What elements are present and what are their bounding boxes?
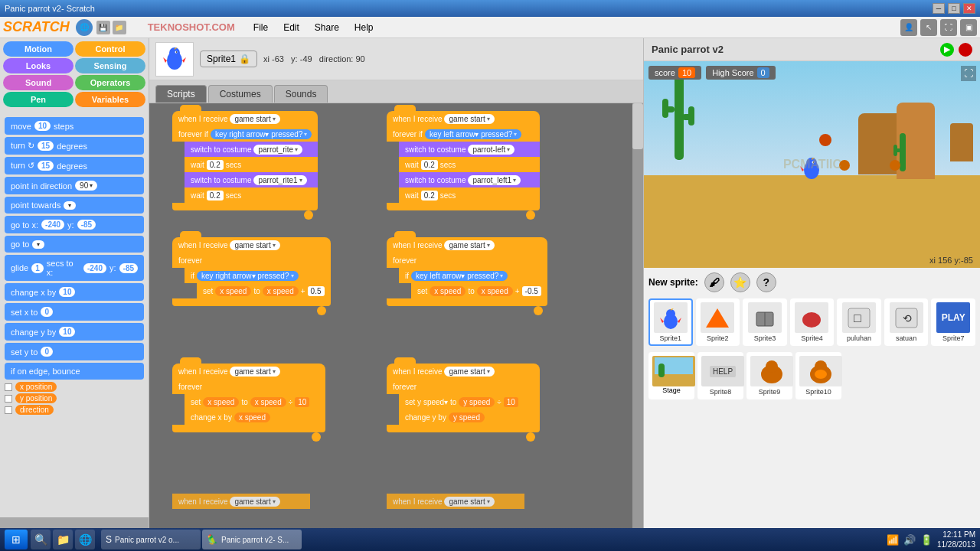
- costume-dd-1b[interactable]: parrot_rite1: [253, 175, 306, 185]
- wait-1a[interactable]: wait 0.2 secs: [185, 157, 318, 172]
- if-right-3[interactable]: if key right arrow▾ pressed?: [185, 268, 331, 283]
- switch-costume-1b[interactable]: switch to costume parrot_rite1: [185, 172, 318, 187]
- block-change-x[interactable]: change x by 10: [5, 283, 144, 301]
- sprite-cell-stage[interactable]: Stage: [648, 352, 694, 399]
- hat-when-receive-3[interactable]: when I receive game start: [172, 237, 331, 253]
- tab-costumes[interactable]: Costumes: [208, 85, 273, 103]
- menu-help[interactable]: Help: [351, 21, 377, 34]
- cat-looks-button[interactable]: Looks: [3, 58, 74, 73]
- sprite-cell-satuan[interactable]: ⟲ satuan: [884, 298, 929, 346]
- block-goto[interactable]: go to: [5, 236, 144, 253]
- block-set-y[interactable]: set y to 0: [5, 343, 144, 360]
- paint-sprite-button[interactable]: 🖌: [704, 272, 724, 292]
- menu-share[interactable]: Share: [312, 21, 342, 34]
- save-icon[interactable]: 💾: [96, 21, 110, 34]
- block-turn-ccw[interactable]: turn ↺ 15 degrees: [5, 157, 144, 174]
- cat-motion-button[interactable]: Motion: [3, 41, 74, 57]
- forever-5[interactable]: forever: [172, 379, 325, 394]
- cat-control-button[interactable]: Control: [75, 41, 145, 57]
- cat-sensing-button[interactable]: Sensing: [75, 58, 145, 73]
- sprite-cell-sprite4[interactable]: Sprite4: [790, 298, 835, 346]
- receive-dd-1[interactable]: game start: [230, 114, 279, 124]
- if-left-4[interactable]: if key left arrow▾ pressed?: [399, 268, 547, 283]
- hat-when-receive-6[interactable]: when I receive game start: [387, 364, 540, 379]
- switch-costume-1a[interactable]: switch to costume parrot_rite: [185, 142, 318, 157]
- blocks-scrollbar[interactable]: [0, 517, 149, 528]
- scrollbar-thumb[interactable]: [632, 103, 643, 149]
- key-cond-2[interactable]: key left arrow▾ pressed?: [425, 129, 521, 139]
- forever-6[interactable]: forever: [387, 379, 540, 394]
- block-goto-xy[interactable]: go to x: -240 y: -85: [5, 216, 144, 233]
- block-glide[interactable]: glide 1 secs to x:-240 y:-85: [5, 255, 144, 281]
- hat-when-receive-5[interactable]: when I receive game start: [172, 364, 325, 379]
- receive-dd-5[interactable]: game start: [230, 367, 279, 377]
- block-move-steps[interactable]: move 10 steps: [5, 117, 144, 135]
- taskbar-window-1[interactable]: S Panic parrot v2 o...: [101, 530, 201, 549]
- receive-dd-3[interactable]: game start: [230, 240, 279, 250]
- tab-scripts[interactable]: Scripts: [155, 85, 207, 103]
- forever-3[interactable]: forever: [172, 253, 331, 268]
- forever-if-1[interactable]: forever if key right arrow▾ pressed?: [172, 126, 318, 142]
- star-sprite-button[interactable]: ⭐: [730, 272, 750, 292]
- minimize-button[interactable]: ─: [933, 3, 945, 14]
- change-x-5[interactable]: change x by x speed: [185, 409, 325, 425]
- sprite-cell-sprite9[interactable]: Sprite9: [746, 352, 792, 399]
- cat-sound-button[interactable]: Sound: [3, 75, 74, 90]
- folder-icon[interactable]: 📁: [113, 21, 126, 34]
- receive-dd-6[interactable]: game start: [444, 367, 494, 377]
- key-cond-1[interactable]: key right arrow▾ pressed?: [211, 129, 312, 139]
- sprite-cell-sprite10[interactable]: Sprite10: [795, 352, 841, 399]
- costume-dd-1a[interactable]: parrot_rite: [253, 145, 302, 155]
- taskbar-app-chrome[interactable]: 🌐: [75, 530, 95, 549]
- hat-when-receive-2[interactable]: when I receive game start: [387, 111, 540, 126]
- forever-if-2[interactable]: forever if key left arrow▾ pressed?: [387, 126, 540, 142]
- sprite-cell-puluhan[interactable]: □ puluhan: [837, 298, 881, 346]
- hat-when-receive-4[interactable]: when I receive game start: [387, 237, 547, 253]
- layout-icon[interactable]: ▣: [960, 19, 977, 36]
- block-dir-var[interactable]: direction: [5, 405, 144, 415]
- scripts-scrollbar[interactable]: [632, 103, 643, 528]
- taskbar-app-1[interactable]: 🔍: [31, 530, 51, 549]
- tab-sounds[interactable]: Sounds: [274, 85, 328, 103]
- globe-icon[interactable]: 🌐: [76, 19, 93, 36]
- wait-1b[interactable]: wait 0.2 secs: [185, 187, 318, 203]
- partial-block-1[interactable]: when I receive game start: [172, 494, 310, 509]
- block-xpos-var[interactable]: x position: [5, 382, 144, 392]
- block-point-towards[interactable]: point towards: [5, 197, 144, 214]
- wait-2a[interactable]: wait 0.2 secs: [399, 157, 540, 172]
- sprite-name-button[interactable]: Sprite1 🔒: [200, 51, 257, 67]
- taskbar-app-2[interactable]: 📁: [53, 530, 73, 549]
- close-button[interactable]: ✕: [963, 3, 975, 14]
- wait-2b[interactable]: wait 0.2 secs: [399, 187, 540, 203]
- block-change-y[interactable]: change y by 10: [5, 323, 144, 341]
- key-cond-4[interactable]: key left arrow▾ pressed?: [411, 271, 508, 281]
- cursor-icon[interactable]: ↖: [920, 19, 937, 36]
- hat-when-receive-1[interactable]: when I receive game start: [172, 111, 318, 126]
- block-turn-cw[interactable]: turn ↻ 15 degrees: [5, 137, 144, 155]
- scripts-canvas[interactable]: when I receive game start forever if key…: [149, 103, 643, 528]
- sprite-cell-sprite8[interactable]: HELP Sprite8: [697, 352, 743, 399]
- menu-edit[interactable]: Edit: [280, 21, 302, 34]
- block-ypos-var[interactable]: y position: [5, 393, 144, 403]
- set-yspeed-6[interactable]: set y speed▾ to y speed ÷ 10: [399, 394, 540, 409]
- sprite-cell-sprite1[interactable]: Sprite1: [648, 298, 693, 346]
- switch-costume-2a[interactable]: switch to costume parrot-left: [399, 142, 540, 157]
- partial-block-2[interactable]: when I receive game start: [387, 494, 524, 509]
- costume-dd-2b[interactable]: parrot_left1: [468, 175, 521, 185]
- maximize-button[interactable]: □: [948, 3, 960, 14]
- set-xspeed-5[interactable]: set x speed to x speed ÷ 10: [185, 394, 325, 409]
- folder-sprite-button[interactable]: ?: [756, 272, 776, 292]
- cat-variables-button[interactable]: Variables: [75, 92, 145, 107]
- sprite-cell-sprite7[interactable]: PLAY Sprite7: [931, 298, 975, 346]
- cat-pen-button[interactable]: Pen: [3, 92, 74, 107]
- taskbar-window-2[interactable]: 🦜 Panic parrot v2- S...: [202, 530, 302, 549]
- key-cond-3[interactable]: key right arrow▾ pressed?: [197, 271, 299, 281]
- start-button[interactable]: ⊞: [5, 530, 28, 549]
- switch-costume-2b[interactable]: switch to costume parrot_left1: [399, 172, 540, 187]
- cat-operators-button[interactable]: Operators: [75, 75, 145, 90]
- block-point-direction[interactable]: point in direction 90: [5, 177, 144, 194]
- menu-file[interactable]: File: [250, 21, 271, 34]
- sprite-cell-sprite2[interactable]: Sprite2: [696, 298, 740, 346]
- receive-dd-4[interactable]: game start: [444, 240, 494, 250]
- fullscreen-button[interactable]: ⛶: [961, 66, 976, 81]
